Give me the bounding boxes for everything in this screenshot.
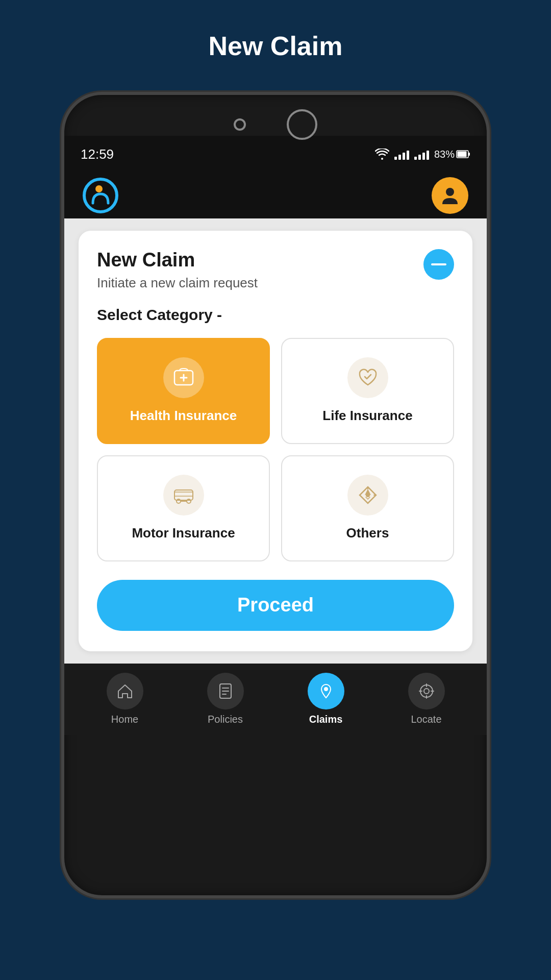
health-label: Health Insurance — [130, 407, 237, 425]
proceed-label: Proceed — [237, 594, 314, 616]
main-content: New Claim Initiate a new claim request S… — [64, 218, 487, 664]
signal-icon-2 — [414, 149, 429, 160]
others-icon — [357, 484, 379, 506]
locate-nav-icon — [408, 673, 445, 709]
category-life[interactable]: Life Insurance — [281, 338, 454, 444]
phone-side-left — [61, 238, 62, 299]
phone-side-right — [489, 228, 490, 268]
life-icon-circle — [347, 357, 388, 398]
health-icon-circle — [163, 357, 204, 398]
claims-nav-icon — [308, 673, 344, 709]
card-header: New Claim Initiate a new claim request — [97, 249, 454, 291]
user-avatar[interactable] — [432, 177, 468, 214]
svg-point-5 — [446, 188, 454, 196]
home-nav-label: Home — [111, 714, 138, 725]
card-title: New Claim — [97, 249, 258, 271]
status-bar: 12:59 83% — [64, 136, 487, 173]
claims-nav-label: Claims — [309, 714, 343, 725]
signal-icon — [394, 149, 409, 160]
category-others[interactable]: Others — [281, 455, 454, 561]
status-icons: 83% — [375, 149, 470, 160]
motor-label: Motor Insurance — [132, 525, 235, 542]
others-icon-circle — [347, 475, 388, 516]
policies-nav-label: Policies — [208, 714, 243, 725]
home-nav-icon — [107, 673, 143, 709]
claims-icon — [317, 682, 335, 700]
wifi-icon — [375, 149, 389, 160]
phone-home-button — [287, 109, 317, 140]
nav-locate[interactable]: Locate — [376, 673, 477, 725]
svg-rect-6 — [431, 263, 446, 265]
motor-icon-circle — [163, 475, 204, 516]
page-title: New Claim — [0, 31, 551, 61]
app-header — [64, 173, 487, 218]
life-icon — [357, 366, 379, 389]
battery-indicator: 83% — [434, 149, 470, 160]
bottom-nav: Home Policies Claims — [64, 664, 487, 735]
svg-rect-9 — [174, 492, 193, 496]
battery-icon — [456, 150, 470, 159]
locate-nav-label: Locate — [411, 714, 441, 725]
category-health[interactable]: Health Insurance — [97, 338, 270, 444]
svg-point-20 — [324, 687, 328, 691]
policies-icon — [217, 682, 234, 700]
phone-top-bar — [64, 109, 487, 140]
page-title-area: New Claim — [0, 0, 551, 82]
nav-claims[interactable]: Claims — [276, 673, 376, 725]
others-label: Others — [346, 525, 389, 542]
card-header-text: New Claim Initiate a new claim request — [97, 249, 258, 291]
phone-camera — [234, 118, 246, 131]
nav-home[interactable]: Home — [74, 673, 175, 725]
close-button[interactable] — [423, 249, 454, 280]
motor-icon — [172, 484, 195, 506]
svg-point-4 — [95, 185, 103, 192]
category-motor[interactable]: Motor Insurance — [97, 455, 270, 561]
svg-point-22 — [424, 689, 429, 694]
battery-percent: 83% — [434, 149, 455, 160]
locate-icon — [418, 682, 435, 700]
home-icon — [116, 682, 134, 700]
card-subtitle: Initiate a new claim request — [97, 275, 258, 291]
nav-policies[interactable]: Policies — [175, 673, 276, 725]
new-claim-card: New Claim Initiate a new claim request S… — [79, 231, 472, 651]
svg-rect-8 — [174, 490, 193, 500]
category-grid: Health Insurance Life Insurance — [97, 338, 454, 561]
phone-frame: 12:59 83% — [61, 92, 490, 898]
proceed-button[interactable]: Proceed — [97, 580, 454, 631]
svg-rect-2 — [458, 152, 467, 157]
health-icon — [172, 366, 195, 389]
svg-rect-1 — [468, 153, 470, 156]
app-logo — [83, 178, 118, 213]
policies-nav-icon — [207, 673, 244, 709]
section-label: Select Category - — [97, 306, 454, 324]
life-label: Life Insurance — [322, 407, 412, 425]
svg-point-3 — [84, 179, 117, 212]
status-time: 12:59 — [81, 146, 114, 162]
